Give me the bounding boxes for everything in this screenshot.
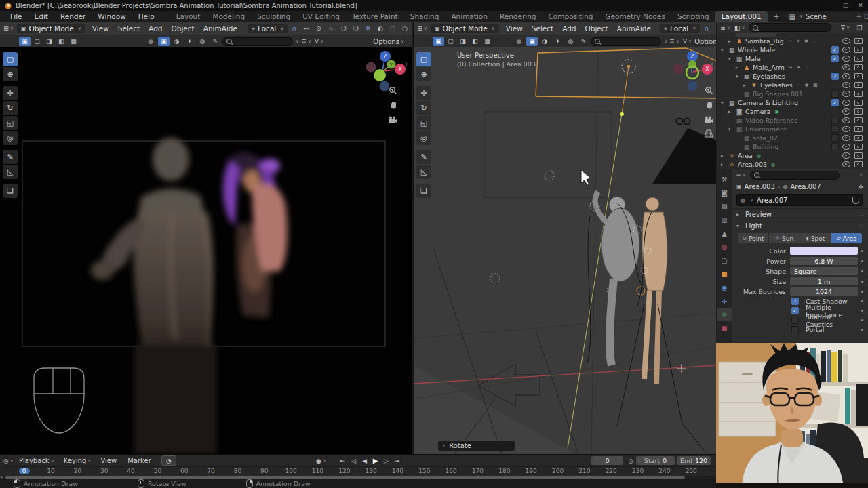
- tool-button[interactable]: ↻: [3, 101, 18, 115]
- light-type-button[interactable]: ☼Sun: [769, 233, 800, 243]
- transport-button[interactable]: ◀: [359, 456, 370, 465]
- hide-eye-icon[interactable]: [842, 47, 850, 53]
- transport-button[interactable]: ⇤: [338, 456, 348, 465]
- hide-eye-icon[interactable]: [842, 38, 850, 44]
- editor-type-button[interactable]: ◷∨: [3, 456, 14, 466]
- snap-icon[interactable]: ⊷: [713, 24, 716, 33]
- animate-dot[interactable]: [861, 310, 863, 312]
- tool-button[interactable]: ▢: [416, 52, 431, 66]
- shading-mode-icon[interactable]: ✕: [362, 24, 374, 33]
- properties-tab-icon[interactable]: ◍: [717, 240, 731, 253]
- breadcrumb-object[interactable]: Area.003: [745, 183, 775, 190]
- breadcrumb-data[interactable]: Area.007: [790, 183, 821, 190]
- visibility-toggle-icon[interactable]: ●: [145, 37, 157, 46]
- outliner-row[interactable]: ▦ Building: [717, 142, 868, 151]
- properties-tab-icon[interactable]: ⚒: [717, 172, 731, 186]
- lamp-icon[interactable]: ❍: [338, 24, 349, 33]
- property-checkbox[interactable]: [791, 307, 799, 314]
- navigation-gizmo[interactable]: Z Y X: [361, 49, 409, 92]
- viewport-menu[interactable]: View: [88, 24, 113, 33]
- tool-button[interactable]: ◺: [416, 165, 431, 179]
- outliner-row[interactable]: ▸ ☼ Area ◍: [717, 151, 868, 160]
- outliner-row[interactable]: ▾ ▦ Whole Male: [717, 45, 868, 54]
- outliner-row[interactable]: ▸ ♟ Sombra_Rig ↪ ✦ ✱ ∴: [717, 37, 868, 45]
- disable-render-icon[interactable]: [854, 161, 863, 167]
- select-mode-icon[interactable]: ▦: [68, 37, 79, 46]
- transport-button[interactable]: ▶: [370, 456, 380, 465]
- tool-button[interactable]: ✎: [416, 150, 431, 164]
- tool-button[interactable]: ◺: [3, 165, 18, 179]
- camera-view-icon[interactable]: [388, 116, 397, 123]
- app-menu[interactable]: Window: [92, 11, 132, 22]
- properties-tab-icon[interactable]: ▢: [717, 253, 731, 267]
- light-type-button[interactable]: ◖Spot: [800, 233, 831, 243]
- animate-dot[interactable]: [861, 291, 863, 293]
- animate-dot[interactable]: [861, 270, 863, 272]
- outliner-row[interactable]: ▸ ▼ Eyelashes ↪ ✱ ▦: [717, 81, 868, 89]
- hide-eye-icon[interactable]: [842, 82, 850, 88]
- tool-button[interactable]: ✛: [3, 86, 18, 100]
- visibility-toggle-icon[interactable]: ✎: [210, 37, 221, 46]
- hide-eye-icon[interactable]: [842, 135, 850, 141]
- record-button[interactable]: ●∨: [316, 458, 327, 464]
- properties-tab-icon[interactable]: ◙: [717, 186, 731, 199]
- shading-mode-icon[interactable]: ❍: [350, 24, 361, 33]
- expander[interactable]: ▾: [728, 127, 735, 132]
- timeline-menu[interactable]: Marker: [123, 457, 157, 464]
- tool-button[interactable]: ✛: [416, 86, 431, 100]
- filter-funnel-icon[interactable]: ∇∨: [313, 37, 325, 46]
- transport-button[interactable]: ⇥: [392, 456, 402, 465]
- exclude-checkbox[interactable]: [831, 117, 839, 124]
- light-panel-header[interactable]: ▾ Light ∷: [732, 220, 868, 231]
- workspace-tab[interactable]: Rendering: [494, 11, 542, 22]
- animate-dot[interactable]: [861, 319, 863, 321]
- property-value-field[interactable]: 6.8 W: [790, 257, 858, 265]
- exclude-checkbox[interactable]: [831, 46, 839, 54]
- zoom-icon[interactable]: [389, 86, 397, 95]
- app-menu[interactable]: Edit: [28, 11, 54, 22]
- outliner-row[interactable]: ▾ ▦ Environment: [717, 125, 868, 134]
- workspace-tab[interactable]: Layout.001: [715, 11, 768, 22]
- tool-button[interactable]: ↻: [416, 101, 431, 115]
- sync-clock-icon[interactable]: ◷: [625, 456, 637, 466]
- workspace-tab[interactable]: Layout: [170, 11, 207, 22]
- hide-eye-icon[interactable]: [842, 161, 850, 167]
- select-mode-icon[interactable]: ▦: [481, 37, 493, 46]
- property-value-field[interactable]: 1024: [790, 287, 858, 296]
- new-collection-icon[interactable]: ❐: [854, 23, 865, 33]
- editor-type-button[interactable]: ≡∨: [735, 170, 747, 180]
- orientation-dropdown[interactable]: ⌖ Local∨: [660, 24, 700, 33]
- shading-mode-icon[interactable]: ◐: [374, 24, 386, 33]
- select-mode-icon[interactable]: ▣: [19, 37, 31, 46]
- tool-button[interactable]: ✎: [3, 150, 18, 164]
- viewport-search-input[interactable]: [591, 37, 661, 46]
- current-frame-field[interactable]: 0: [591, 456, 623, 465]
- outliner-row[interactable]: ▦ Rig Shapes.001: [717, 89, 868, 98]
- timeline-menu[interactable]: Keying∨: [59, 457, 96, 464]
- disable-render-icon[interactable]: [854, 117, 863, 123]
- tool-button[interactable]: ⊕: [3, 67, 18, 81]
- disable-render-icon[interactable]: [854, 47, 863, 53]
- editor-type-button[interactable]: ⊞∨: [3, 24, 14, 33]
- viewport-search-input[interactable]: [222, 37, 293, 46]
- render-viewport-body[interactable]: ▢⊕✛↻◱◎✎◺❏ Z Y X ‹: [0, 47, 412, 454]
- viewport-menu[interactable]: AnimAide: [199, 24, 241, 33]
- disable-render-icon[interactable]: [854, 100, 863, 106]
- workspace-tab[interactable]: Texture Paint: [346, 11, 404, 22]
- hide-eye-icon[interactable]: [842, 100, 850, 106]
- disable-render-icon[interactable]: [854, 82, 863, 88]
- hide-eye-icon[interactable]: [842, 73, 850, 79]
- frame-end-field[interactable]: End120: [677, 456, 711, 465]
- visibility-toggle-icon[interactable]: ◑: [171, 37, 182, 46]
- viewport-menu[interactable]: Add: [144, 24, 166, 33]
- exclude-checkbox[interactable]: [831, 55, 839, 62]
- copy-icon[interactable]: ❏: [864, 14, 868, 20]
- sidebar-toggle-chevron[interactable]: ‹: [711, 60, 713, 68]
- light-type-button[interactable]: ⊙Point: [738, 233, 768, 243]
- camera-view-icon[interactable]: [704, 116, 713, 123]
- perspective-grid-icon[interactable]: [704, 129, 713, 138]
- editor-type-button[interactable]: ⊞∨: [416, 24, 428, 33]
- disable-render-icon[interactable]: [854, 73, 863, 79]
- select-mode-icon[interactable]: ◧: [469, 37, 481, 46]
- disable-render-icon[interactable]: [854, 64, 863, 70]
